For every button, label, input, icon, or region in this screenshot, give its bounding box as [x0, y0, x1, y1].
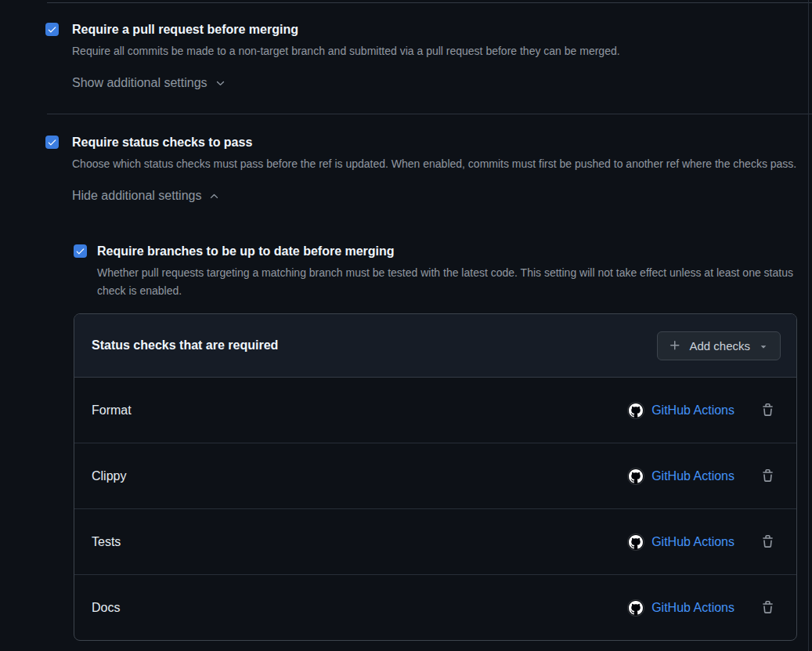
hide-additional-settings-toggle[interactable]: Hide additional settings [72, 189, 220, 203]
status-check-row-format: Format GitHub Actions [74, 378, 796, 443]
panel-title: Status checks that are required [92, 338, 278, 353]
check-name: Format [92, 403, 132, 418]
check-name: Clippy [92, 469, 126, 483]
require-status-checks-checkbox[interactable] [45, 136, 59, 149]
rule-body: Require a pull request before merging Re… [72, 21, 620, 90]
delete-check-button[interactable] [761, 535, 774, 548]
trash-icon [761, 601, 774, 614]
rule-require-status-checks: Require status checks to pass Choose whi… [45, 134, 804, 203]
status-checks-panel: Status checks that are required Add chec… [74, 313, 797, 641]
rule-require-pull-request: Require a pull request before merging Re… [45, 21, 789, 90]
row-right: GitHub Actions [627, 402, 774, 419]
trash-icon [761, 535, 774, 548]
plus-icon [669, 339, 681, 352]
row-right: GitHub Actions [627, 599, 774, 617]
delete-check-button[interactable] [761, 601, 774, 614]
chevron-up-icon [208, 190, 220, 202]
rule-body: Require status checks to pass Choose whi… [72, 134, 796, 203]
add-checks-label: Add checks [689, 339, 750, 353]
section-divider [47, 114, 812, 114]
rule-description: Whether pull requests targeting a matchi… [97, 264, 794, 300]
rule-require-up-to-date-branches: Require branches to be up to date before… [74, 243, 804, 300]
toggle-label: Show additional settings [72, 76, 208, 90]
github-actions-link[interactable]: GitHub Actions [651, 469, 734, 483]
require-up-to-date-checkbox[interactable] [74, 244, 87, 258]
rule-title: Require status checks to pass [72, 134, 796, 150]
github-actions-link[interactable]: GitHub Actions [651, 601, 734, 615]
status-check-row-docs: Docs GitHub Actions [74, 574, 796, 640]
check-icon [75, 246, 85, 256]
check-icon [47, 137, 57, 147]
chevron-down-icon [215, 78, 226, 89]
add-checks-button[interactable]: Add checks [657, 331, 781, 360]
rule-body: Require branches to be up to date before… [97, 243, 794, 300]
github-octocat-icon [627, 402, 644, 419]
status-check-row-clippy: Clippy GitHub Actions [74, 443, 796, 508]
rule-title: Require a pull request before merging [72, 21, 620, 38]
rule-description: Require all commits be made to a non-tar… [72, 42, 620, 60]
github-actions-link[interactable]: GitHub Actions [651, 403, 734, 418]
status-checks-panel-header: Status checks that are required Add chec… [74, 314, 796, 378]
delete-check-button[interactable] [761, 469, 774, 483]
status-check-rows: Format GitHub Actions Clippy GitHub Acti… [74, 378, 796, 640]
row-right: GitHub Actions [627, 468, 774, 485]
rule-description: Choose which status checks must pass bef… [72, 155, 796, 173]
github-octocat-icon [627, 468, 644, 485]
show-additional-settings-toggle[interactable]: Show additional settings [72, 76, 226, 90]
github-actions-link[interactable]: GitHub Actions [651, 535, 734, 549]
delete-check-button[interactable] [761, 403, 774, 417]
trash-icon [761, 403, 774, 417]
status-check-row-tests: Tests GitHub Actions [74, 508, 796, 574]
triangle-down-icon [758, 340, 769, 352]
github-octocat-icon [627, 533, 644, 551]
check-name: Tests [92, 535, 121, 549]
check-icon [47, 24, 57, 34]
right-edge-divider [808, 0, 809, 651]
trash-icon [761, 469, 774, 483]
toggle-label: Hide additional settings [72, 189, 201, 203]
rule-title: Require branches to be up to date before… [97, 243, 794, 259]
require-pull-request-checkbox[interactable] [45, 23, 59, 36]
top-divider [47, 2, 812, 3]
github-octocat-icon [627, 599, 644, 617]
check-name: Docs [92, 601, 120, 615]
row-right: GitHub Actions [627, 533, 774, 551]
